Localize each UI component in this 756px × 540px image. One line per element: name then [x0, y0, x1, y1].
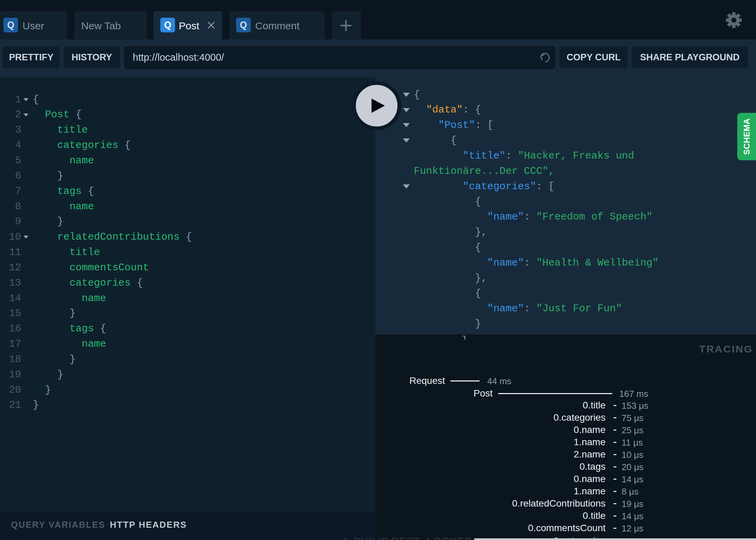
svg-text:SCHEMA: SCHEMA — [742, 118, 751, 155]
